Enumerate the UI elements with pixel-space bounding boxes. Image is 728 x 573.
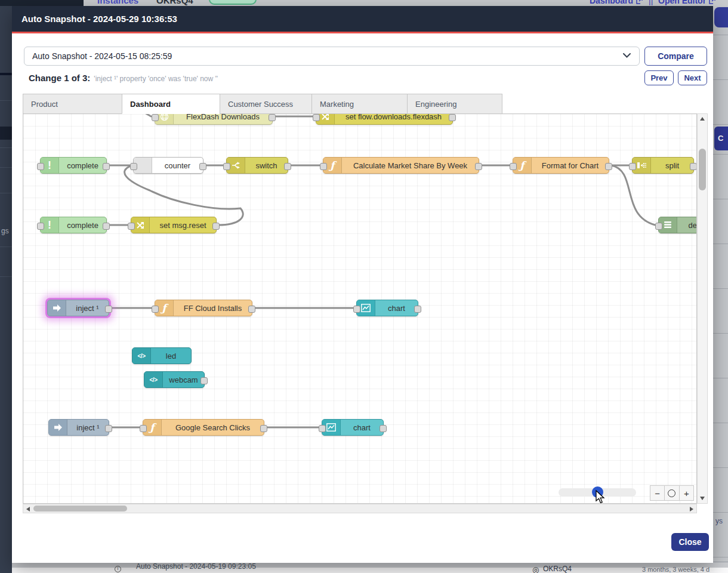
flow-node-complete-bottom[interactable]: !complete — [40, 217, 107, 233]
vertical-scrollbar-thumb[interactable] — [699, 149, 706, 190]
row-divider — [713, 244, 728, 244]
background-right-strip: C ys — [713, 6, 728, 563]
input-port — [223, 163, 230, 170]
wire-offscreen-above-to-flexdash-downloads — [129, 114, 151, 116]
sidebar-item-partial-label: gs — [1, 227, 9, 235]
input-port — [510, 163, 517, 170]
node-label: FF Cloud Installs — [174, 300, 252, 316]
node-label: chart — [375, 300, 418, 316]
tab-marketing[interactable]: Marketing — [311, 94, 407, 114]
close-button[interactable]: Close — [671, 533, 709, 551]
output-port — [690, 163, 697, 170]
snapshot-row-label: Auto Snapshot - 2024-05-19 09:23:05 — [136, 562, 256, 571]
code-icon: </> — [132, 348, 151, 363]
flow-node-chart-google[interactable]: chart — [322, 419, 384, 436]
input-port — [320, 163, 327, 170]
scroll-left-arrow-icon[interactable] — [26, 507, 30, 512]
input-port — [655, 223, 662, 230]
node-label: Calculate Market Share By Week — [342, 158, 479, 173]
flow-node-set-msg-reset[interactable]: set msg.reset — [131, 217, 217, 233]
flow-node-format-for-chart[interactable]: ƒFormat for Chart — [513, 157, 609, 174]
next-button[interactable]: Next — [678, 70, 707, 85]
inject-icon — [49, 420, 67, 435]
flow-node-complete-top[interactable]: !complete — [40, 157, 107, 174]
prev-button[interactable]: Prev — [644, 70, 674, 85]
scroll-up-arrow-icon[interactable] — [700, 117, 705, 121]
zoom-out-button[interactable]: − — [650, 486, 665, 500]
flow-tabbar: ProductDashboardCustomer SuccessMarketin… — [23, 94, 502, 114]
scroll-down-arrow-icon[interactable] — [700, 497, 705, 500]
partial-button[interactable] — [714, 7, 728, 27]
input-port — [37, 163, 44, 170]
external-link-icon — [636, 0, 643, 4]
background-topbar: Instances OKRsQ4 Dashboard || Open Edito… — [0, 0, 728, 6]
row-divider — [713, 199, 728, 199]
row-divider — [713, 79, 728, 80]
breadcrumb-instances[interactable]: Instances — [97, 0, 138, 5]
flow-node-calculate-market-share[interactable]: ƒCalculate Market Share By Week — [323, 157, 479, 174]
mouse-cursor — [595, 490, 606, 504]
node-label: inject ¹ — [67, 420, 109, 435]
node-label: debug — [677, 217, 697, 233]
flow-canvas[interactable]: − + FlexDash Downloadsset flow.downloads… — [23, 113, 697, 504]
tab-dashboard[interactable]: Dashboard — [122, 94, 220, 114]
input-port — [37, 223, 44, 230]
output-port — [284, 163, 291, 170]
change-count-label: Change 1 of 3: — [29, 73, 90, 83]
output-port — [260, 425, 267, 432]
flow-node-inject-ff[interactable]: inject ¹ — [47, 300, 109, 316]
topbar-logo-area — [0, 0, 84, 6]
zoom-in-button[interactable]: + — [680, 486, 693, 500]
output-port — [105, 306, 112, 313]
vertical-scrollbar[interactable] — [697, 113, 708, 504]
output-port — [212, 223, 220, 230]
flow-node-webcam[interactable]: </>webcam — [144, 371, 205, 388]
dashboard-link[interactable]: Dashboard — [590, 0, 643, 5]
row-divider — [713, 124, 728, 125]
horizontal-scrollbar[interactable] — [23, 504, 697, 513]
input-port — [152, 114, 159, 121]
node-label: switch — [245, 158, 288, 173]
node-label: complete — [59, 158, 106, 173]
sidebar-divider — [0, 100, 12, 101]
flow-node-flexdash-downloads[interactable]: FlexDash Downloads — [155, 113, 273, 125]
flow-node-debug[interactable]: debug — [658, 217, 697, 233]
snapshot-compare-modal: Auto Snapshot - 2024-05-29 10:36:53 Auto… — [12, 6, 713, 563]
input-port — [140, 425, 147, 432]
open-editor-link[interactable]: Open Editor — [658, 0, 715, 5]
partial-create-button[interactable]: C — [714, 127, 728, 150]
output-port — [449, 114, 456, 121]
row-divider — [713, 467, 728, 468]
compare-button[interactable]: Compare — [644, 47, 707, 66]
output-port — [199, 163, 206, 170]
node-label: set msg.reset — [150, 217, 216, 233]
zoom-reset-button[interactable] — [665, 486, 679, 500]
info-icon: i — [115, 566, 121, 572]
modal-header: Auto Snapshot - 2024-05-29 10:36:53 — [12, 6, 713, 33]
flow-node-counter[interactable]: counter — [133, 157, 203, 174]
flow-node-inject-google[interactable]: inject ¹ — [48, 419, 109, 436]
sidebar-selected-item[interactable] — [0, 127, 12, 140]
flow-node-ff-cloud-installs[interactable]: ƒFF Cloud Installs — [155, 300, 252, 316]
flow-node-switch[interactable]: switch — [226, 157, 288, 174]
node-label: led — [151, 348, 191, 363]
tab-product[interactable]: Product — [23, 94, 122, 114]
flow-node-google-search-clicks[interactable]: ƒGoogle Search Clicks — [143, 419, 264, 436]
screen: Instances OKRsQ4 Dashboard || Open Edito… — [0, 0, 728, 573]
output-port — [414, 306, 421, 313]
input-port — [128, 223, 135, 230]
tab-engineering[interactable]: Engineering — [407, 94, 502, 114]
flow-node-set-flow-downloads-flexdash[interactable]: set flow.downloads.flexdash — [316, 113, 453, 125]
node-label: counter — [152, 158, 203, 173]
flow-node-split[interactable]: split — [632, 157, 694, 174]
flow-node-led[interactable]: </>led — [132, 347, 192, 364]
tab-customer-success[interactable]: Customer Success — [220, 94, 311, 114]
input-port — [152, 306, 159, 313]
input-port — [313, 114, 320, 121]
scroll-right-arrow-icon[interactable] — [690, 507, 693, 512]
horizontal-scrollbar-thumb[interactable] — [33, 506, 127, 512]
snapshot-select[interactable]: Auto Snapshot - 2024-05-15 08:25:59 — [24, 47, 640, 66]
node-label: webcam — [163, 372, 204, 387]
flow-node-chart-ff[interactable]: chart — [356, 300, 418, 316]
row-divider — [713, 557, 728, 557]
